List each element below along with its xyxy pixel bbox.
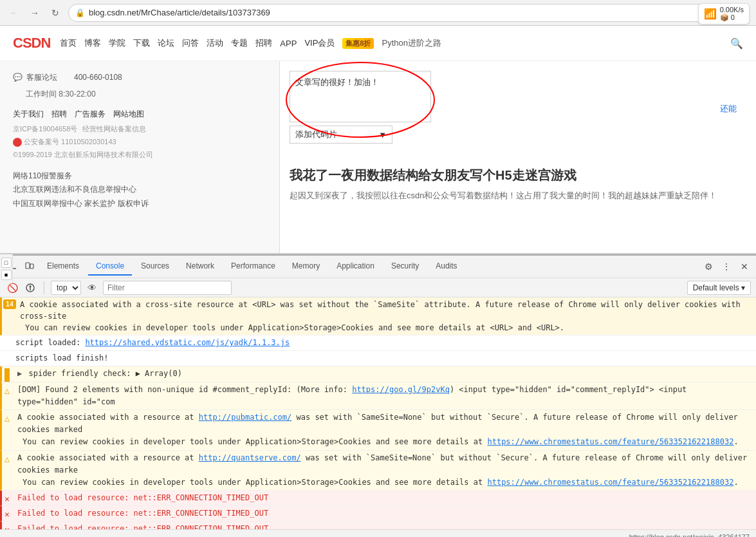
console-filter-btn[interactable] — [23, 281, 37, 295]
panel-btn-2[interactable]: ■ — [1, 270, 12, 280]
comment-textarea[interactable]: 文章写的很好！加油！ — [290, 71, 431, 122]
devtools-close-icon[interactable]: ✕ — [736, 258, 753, 275]
add-code-snippet-button[interactable]: 添加代码片 ▼ — [290, 126, 392, 144]
icp-info: 京ICP备19004658号 经营性网站备案信息 — [13, 123, 266, 136]
pubmatic-link[interactable]: http://pubmatic.com/ — [199, 413, 292, 422]
customer-service-icon: 💬 — [13, 71, 23, 85]
error-icon3: ✕ — [5, 523, 10, 529]
error-icon2: ✕ — [5, 508, 10, 522]
console-line: △ ▶ spider friendly check: ▶ Array(0) — [0, 366, 756, 382]
dom-link[interactable]: https://goo.gl/9p2vKq — [352, 385, 450, 394]
console-text: scripts load finish! — [15, 353, 109, 363]
nav-download[interactable]: 下载 — [133, 37, 150, 49]
svg-rect-4 — [26, 263, 30, 268]
nav-college[interactable]: 学院 — [109, 37, 125, 49]
police-icon — [13, 138, 22, 147]
console-text: A cookie associated with a cross-site re… — [20, 300, 741, 321]
tab-network[interactable]: Network — [178, 258, 222, 276]
recruit-link[interactable]: 招聘 — [51, 109, 67, 120]
about-section: 关于我们 招聘 广告服务 网站地图 京ICP备19004658号 经营性网站备案… — [13, 109, 266, 161]
wifi-speed: 0.00K/s — [720, 6, 744, 14]
devtools-settings-icon[interactable]: ⚙ — [700, 258, 717, 275]
devtools-device-icon[interactable] — [21, 258, 38, 275]
still-btn[interactable]: 还能 — [720, 103, 737, 115]
console-output[interactable]: 14 A cookie associated with a cross-site… — [0, 297, 756, 529]
default-levels-button[interactable]: Default levels ▾ — [687, 281, 751, 295]
tab-elements[interactable]: Elements — [39, 258, 87, 276]
devtools-tabbar: Elements Console Sources Network Perform… — [0, 256, 756, 278]
vip-badge[interactable]: 集惠8折 — [342, 38, 374, 49]
error-count-badge: 14 — [3, 299, 16, 309]
ad-link[interactable]: 广告服务 — [75, 109, 106, 120]
console-text: spider friendly check: ▶ Array(0) — [28, 369, 181, 378]
nav-python[interactable]: Python进阶之路 — [382, 37, 441, 49]
warning-icon: △ — [5, 384, 10, 398]
comment-box-wrapper: 文章写的很好！加油！ 添加代码片 ▼ — [290, 71, 431, 144]
nav-activity[interactable]: 活动 — [207, 37, 223, 49]
console-text: A cookie associated with a resource at h… — [17, 413, 738, 434]
warning-icon3: △ — [5, 453, 10, 466]
tab-security[interactable]: Security — [383, 258, 427, 276]
tab-application[interactable]: Application — [329, 258, 382, 276]
article-section: 我花了一夜用数据结构给女朋友写个H5走迷宫游戏 起因又到深夜了，我按照以往在cs… — [290, 166, 746, 203]
console-text: Failed to load resource: net::ERR_CONNEC… — [17, 509, 268, 518]
tab-console[interactable]: Console — [88, 258, 132, 276]
search-icon[interactable]: 🔍 — [730, 37, 743, 50]
console-text: You can review cookies in developer tool… — [17, 478, 739, 487]
reload-button[interactable]: ↻ — [48, 5, 63, 21]
left-panel: □ ■ — [0, 254, 13, 283]
console-line: ✕ Failed to load resource: net::ERR_CONN… — [0, 522, 756, 529]
nav-jobs[interactable]: 招聘 — [255, 37, 272, 49]
devtools: Elements Console Sources Network Perform… — [0, 254, 756, 537]
add-code-snippet-label: 添加代码片 — [295, 129, 337, 140]
article-excerpt: 起因又到深夜了，我按照以往在csdn和公众号写着数据结构！这占用了我大量的时间！… — [290, 189, 746, 203]
console-line: △ A cookie associated with a resource at… — [0, 451, 756, 491]
console-filter-input[interactable] — [103, 281, 232, 295]
address-bar[interactable]: 🔒 blog.csdn.net/MrChase/article/details/… — [68, 4, 750, 22]
tab-audits[interactable]: Audits — [428, 258, 465, 276]
main-content: 文章写的很好！加油！ 添加代码片 ▼ 还能 我花了一夜用数据结构给女朋友写个H5… — [280, 61, 756, 253]
eye-icon[interactable]: 👁 — [85, 281, 99, 295]
chrome-status-link[interactable]: https://www.chromestatus.com/feature/563… — [487, 437, 733, 446]
nav-home[interactable]: 首页 — [60, 37, 77, 49]
back-button[interactable]: ← — [6, 5, 22, 21]
report-line2: 中国互联网举报中心 家长监护 版权申诉 — [13, 197, 266, 211]
nav-qa[interactable]: 问答 — [182, 37, 199, 49]
code-snippet-row: 添加代码片 ▼ — [290, 126, 431, 144]
sitemap-link[interactable]: 网站地图 — [113, 109, 144, 120]
expand-arrow[interactable]: ▶ — [17, 369, 22, 378]
console-toolbar: 🚫 top 👁 Default levels ▾ — [0, 278, 756, 297]
nav-blog[interactable]: 博客 — [84, 37, 101, 49]
nav-special[interactable]: 专题 — [231, 37, 248, 49]
about-link[interactable]: 关于我们 — [13, 109, 44, 120]
tab-performance[interactable]: Performance — [223, 258, 283, 276]
contact-info: 💬 客服论坛 400-660-0108 工作时间 8:30-22:00 — [13, 71, 266, 101]
nav-vip[interactable]: VIP会员 — [304, 37, 335, 49]
error-icon: ✕ — [5, 493, 10, 506]
nav-app[interactable]: APP — [280, 39, 297, 48]
quantserve-link[interactable]: http://quantserve.com/ — [199, 453, 301, 462]
wifi-indicator: 📶 0.00K/s 📦 0 — [698, 3, 750, 24]
svg-rect-5 — [30, 264, 33, 268]
console-line: ✕ Failed to load resource: net::ERR_CONN… — [0, 491, 756, 506]
wifi-icon: 📶 — [704, 8, 717, 20]
tab-memory[interactable]: Memory — [284, 258, 327, 276]
devtools-statusbar: https://blog.csdn.net/weixin_43264177 — [0, 529, 756, 537]
console-text: script loaded: https://shared.ydstatic.c… — [15, 338, 290, 347]
forward-button[interactable]: → — [27, 5, 42, 21]
console-line: script loaded: https://shared.ydstatic.c… — [0, 335, 756, 351]
context-selector[interactable]: top — [51, 281, 81, 295]
police-info: 公安备案号 11010502030143 — [13, 136, 266, 149]
icp1: 京ICP备19004658号 — [13, 125, 77, 133]
report-line1: 北京互联网违法和不良信息举报中心 — [13, 183, 266, 197]
article-title: 我花了一夜用数据结构给女朋友写个H5走迷宫游戏 — [290, 166, 746, 184]
tab-sources[interactable]: Sources — [133, 258, 177, 276]
svg-point-8 — [30, 285, 32, 287]
icp2: 经营性网站备案信息 — [82, 125, 146, 133]
panel-btn-1[interactable]: □ — [1, 258, 12, 268]
nav-forum[interactable]: 论坛 — [158, 37, 174, 49]
devtools-more-icon[interactable]: ⋮ — [718, 258, 735, 275]
script-link[interactable]: https://shared.ydstatic.com/js/yadk/1.1.… — [85, 338, 290, 347]
chrome-status-link2[interactable]: https://www.chromestatus.com/feature/563… — [487, 478, 733, 487]
bottom-url: https://blog.csdn.net/weixin_43264177 — [629, 533, 750, 538]
